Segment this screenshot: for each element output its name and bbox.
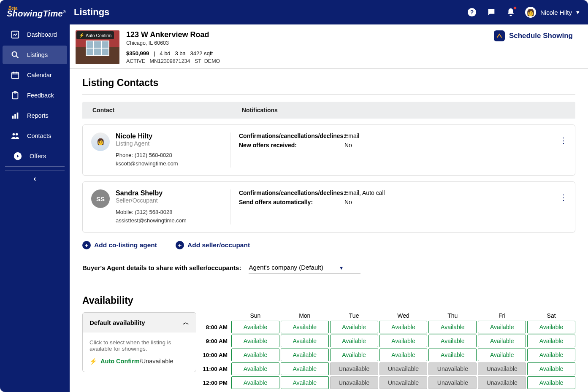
contact-card: SS Sandra Shelby Seller/Occupant Mobile:… (82, 181, 575, 232)
availability-row: 11:00 AMAvailableAvailableUnavailableUna… (202, 362, 575, 375)
availability-cell[interactable]: Unavailable (330, 362, 378, 375)
time-label: 10:00 AM (202, 352, 230, 358)
listing-baths: 3 ba (175, 50, 185, 57)
availability-cell[interactable]: Available (231, 335, 279, 347)
schedule-showing-button[interactable]: Schedule Showing (494, 30, 580, 41)
share-value: Agent's company (Default) (249, 264, 323, 271)
bolt-icon: ⚡ (89, 358, 97, 365)
availability-row: 12:00 PMAvailableAvailableUnavailableUna… (202, 376, 575, 389)
availability-cell[interactable]: Unavailable (379, 376, 428, 389)
time-label: 12:00 PM (202, 380, 230, 386)
messages-icon[interactable] (486, 7, 496, 17)
schedule-label: Schedule Showing (509, 32, 573, 40)
sidebar-collapse-button[interactable]: ‹ (5, 170, 65, 187)
availability-cell[interactable]: Unavailable (330, 376, 378, 389)
time-label: 11:00 AM (202, 366, 230, 372)
sidebar-item-label: Reports (27, 112, 49, 119)
availability-cell[interactable]: Available (379, 321, 428, 333)
availability-cell[interactable]: Available (281, 376, 329, 389)
sidebar-item-listings[interactable]: Listings (3, 46, 67, 64)
availability-cell[interactable]: Unavailable (428, 362, 477, 375)
sidebar-item-reports[interactable]: Reports (3, 106, 67, 125)
availability-cell[interactable]: Available (231, 321, 279, 333)
chevron-down-icon: ▼ (339, 265, 344, 270)
listing-header: ⚡ Auto Confirm 123 W Ankerview Road Chic… (70, 24, 588, 69)
listing-info: 123 W Ankerview Road Chicago, IL 60603 $… (126, 30, 220, 64)
availability-cell[interactable]: Available (231, 349, 279, 361)
listing-sqft: 3422 sqft (190, 50, 213, 57)
day-header: Sun (231, 312, 279, 319)
day-header: Sat (527, 312, 575, 319)
listing-photo[interactable]: ⚡ Auto Confirm (76, 30, 119, 64)
availability-row: 9:00 AMAvailableAvailableAvailableAvaila… (202, 335, 575, 347)
user-menu[interactable]: 👩 Nicole Hilty ▾ (525, 7, 580, 18)
contact-email: kscott@showingtime.com (116, 160, 178, 168)
availability-cell[interactable]: Available (330, 335, 378, 347)
plus-icon: + (176, 241, 184, 249)
add-colisting-agent-button[interactable]: + Add co-listing agent (82, 241, 157, 249)
add-seller-occupant-button[interactable]: + Add seller/occupant (176, 241, 250, 249)
availability-cell[interactable]: Available (428, 349, 477, 361)
bell-icon[interactable] (506, 7, 516, 17)
default-availability-toggle[interactable]: Default availability ︿ (83, 313, 196, 333)
listing-status: ACTIVE (126, 58, 145, 64)
sidebar-item-feedback[interactable]: Feedback (3, 86, 67, 105)
availability-cell[interactable]: Unavailable (379, 362, 428, 375)
availability-cell[interactable]: Available (428, 321, 477, 333)
availability-cell[interactable]: Available (281, 362, 329, 375)
sidebar-item-dashboard[interactable]: Dashboard (3, 25, 67, 44)
share-select[interactable]: Agent's company (Default) ▼ (249, 261, 360, 274)
availability-cell[interactable]: Unavailable (428, 376, 477, 389)
availability-cell[interactable]: Available (330, 321, 378, 333)
main-content: ⚡ Auto Confirm 123 W Ankerview Road Chic… (70, 0, 588, 392)
auto-confirm-badge: ⚡ Auto Confirm (76, 31, 114, 39)
chevron-down-icon: ▾ (576, 8, 580, 16)
availability-cell[interactable]: Available (281, 349, 329, 361)
availability-cell[interactable]: Available (478, 349, 526, 361)
availability-cell[interactable]: Available (527, 376, 575, 389)
avatar-icon: 👩 (525, 7, 536, 18)
help-icon[interactable]: ? (467, 7, 477, 17)
contact-email: assisttest@showingtime.com (116, 216, 187, 225)
day-header: Wed (379, 312, 428, 319)
availability-cell[interactable]: Available (231, 376, 279, 389)
logo[interactable]: Beta ShowingTime® (0, 6, 70, 19)
availability-title: Availability (82, 295, 575, 306)
legend-auto-confirm[interactable]: Auto Confirm (100, 358, 140, 365)
contact-avatar: 👩 (91, 132, 110, 151)
availability-cell[interactable]: Available (478, 335, 526, 347)
sidebar-item-contacts[interactable]: Contacts (3, 127, 67, 145)
availability-cell[interactable]: Available (231, 362, 279, 375)
bar-chart-icon (10, 111, 20, 121)
svg-rect-9 (17, 113, 19, 119)
availability-cell[interactable]: Available (527, 335, 575, 347)
listing-office: ST_DEMO (195, 58, 220, 64)
default-availability-help: Click to select when the listing is avai… (89, 339, 189, 352)
availability-cell[interactable]: Unavailable (478, 362, 526, 375)
sidebar-item-label: Feedback (27, 92, 54, 99)
day-header: Tue (330, 312, 378, 319)
sidebar-item-offers[interactable]: Offers (5, 147, 65, 165)
contact-avatar: SS (91, 189, 110, 208)
availability-cell[interactable]: Available (379, 335, 428, 347)
availability-cell[interactable]: Available (330, 349, 378, 361)
availability-cell[interactable]: Available (478, 321, 526, 333)
sidebar-item-calendar[interactable]: Calendar (3, 66, 67, 84)
availability-cell[interactable]: Available (379, 349, 428, 361)
contact-menu-button[interactable]: ⋮ (560, 136, 567, 145)
availability-cell[interactable]: Available (527, 362, 575, 375)
contact-menu-button[interactable]: ⋮ (560, 193, 567, 202)
notif-label: Send offers automatically: (239, 199, 344, 205)
availability-cell[interactable]: Available (281, 335, 329, 347)
availability-cell[interactable]: Available (281, 321, 329, 333)
contact-role: Listing Agent (116, 140, 178, 147)
sidebar-item-label: Contacts (27, 132, 51, 139)
notif-value: Email, Auto call (344, 189, 385, 196)
notification-dot-icon (513, 6, 517, 10)
availability-cell[interactable]: Available (527, 349, 575, 361)
availability-cell[interactable]: Unavailable (478, 376, 526, 389)
availability-cell[interactable]: Available (428, 335, 477, 347)
availability-cell[interactable]: Available (527, 321, 575, 333)
chevron-up-icon: ︿ (183, 319, 189, 327)
schedule-icon (494, 30, 505, 41)
